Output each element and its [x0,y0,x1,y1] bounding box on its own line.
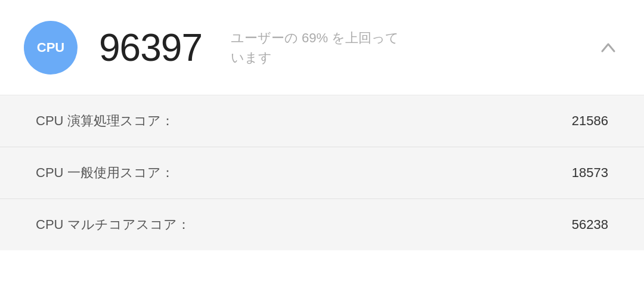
cpu-arithmetic-label: CPU 演算処理スコア： [36,112,174,130]
detail-section: CPU 演算処理スコア： 21586 CPU 一般使用スコア： 18573 CP… [0,95,644,250]
cpu-header: CPU 96397 ユーザーの 69% を上回っています [0,0,644,95]
table-row: CPU マルチコアスコア： 56238 [0,199,644,250]
percentile-text: ユーザーの 69% を上回っています [231,28,596,67]
table-row: CPU 演算処理スコア： 21586 [0,95,644,147]
total-score: 96397 [99,26,202,70]
cpu-general-label: CPU 一般使用スコア： [36,164,174,182]
cpu-badge: CPU [24,21,78,75]
cpu-arithmetic-score: 21586 [572,113,608,129]
table-row: CPU 一般使用スコア： 18573 [0,147,644,199]
cpu-multicore-label: CPU マルチコアスコア： [36,216,190,234]
cpu-general-score: 18573 [572,165,608,181]
cpu-multicore-score: 56238 [572,217,608,232]
cpu-badge-label: CPU [37,40,64,55]
collapse-button[interactable] [596,36,620,60]
